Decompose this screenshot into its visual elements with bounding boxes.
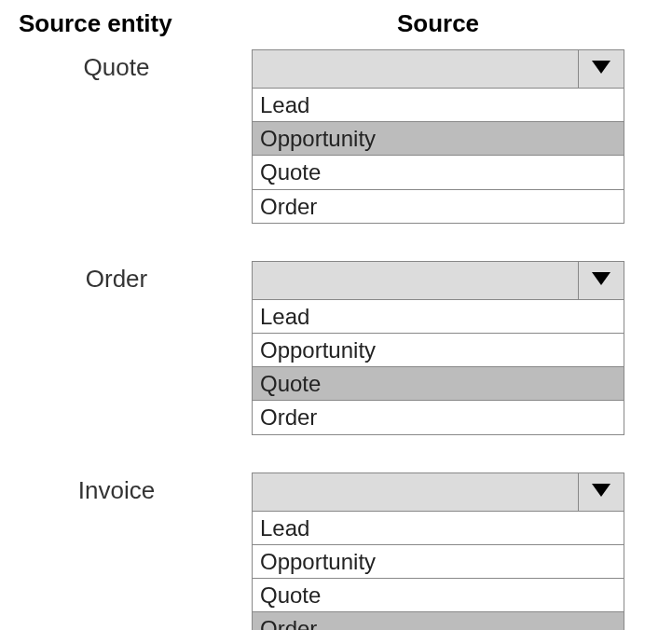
svg-marker-0 xyxy=(592,61,610,74)
dropdown-toggle-button[interactable] xyxy=(579,473,624,511)
dropdown-option-quote[interactable]: Quote xyxy=(253,156,624,189)
dropdown-option-order[interactable]: Order xyxy=(253,190,624,223)
dropdown-options-list: Lead Opportunity Quote Order xyxy=(252,89,624,224)
dropdown-options-list: Lead Opportunity Quote Order xyxy=(252,300,624,435)
mapping-row-order: Order Lead Opportunity Quote Order xyxy=(19,261,653,435)
dropdown-toggle-button[interactable] xyxy=(579,262,624,299)
chevron-down-icon xyxy=(590,59,612,79)
header-source: Source xyxy=(252,9,624,38)
dropdown-selected-value xyxy=(253,50,579,88)
entity-label-order: Order xyxy=(19,261,252,294)
chevron-down-icon xyxy=(590,482,612,502)
mapping-row-invoice: Invoice Lead Opportunity Quote Order xyxy=(19,472,653,631)
dropdown-option-quote[interactable]: Quote xyxy=(253,579,624,612)
dropdown-option-lead[interactable]: Lead xyxy=(253,89,624,122)
dropdown-option-lead[interactable]: Lead xyxy=(253,512,624,545)
dropdown-option-quote[interactable]: Quote xyxy=(253,367,624,401)
dropdown-option-order[interactable]: Order xyxy=(253,401,624,433)
dropdown-option-order[interactable]: Order xyxy=(253,612,624,630)
header-row: Source entity Source xyxy=(19,9,653,38)
svg-marker-2 xyxy=(592,484,610,497)
dropdown-option-lead[interactable]: Lead xyxy=(253,300,624,334)
dropdown-option-opportunity[interactable]: Opportunity xyxy=(253,545,624,579)
header-source-entity: Source entity xyxy=(19,9,252,38)
dropdown-options-list: Lead Opportunity Quote Order xyxy=(252,512,624,631)
source-dropdown-order: Lead Opportunity Quote Order xyxy=(252,261,624,435)
dropdown-toggle-button[interactable] xyxy=(579,50,624,88)
dropdown-header[interactable] xyxy=(252,472,624,512)
dropdown-option-opportunity[interactable]: Opportunity xyxy=(253,122,624,156)
dropdown-selected-value xyxy=(253,262,579,299)
mapping-row-quote: Quote Lead Opportunity Quote Order xyxy=(19,49,653,224)
source-dropdown-quote: Lead Opportunity Quote Order xyxy=(252,49,624,224)
chevron-down-icon xyxy=(590,270,612,291)
dropdown-option-opportunity[interactable]: Opportunity xyxy=(253,334,624,367)
entity-label-quote: Quote xyxy=(19,49,252,82)
entity-label-invoice: Invoice xyxy=(19,472,252,505)
dropdown-header[interactable] xyxy=(252,261,624,300)
source-dropdown-invoice: Lead Opportunity Quote Order xyxy=(252,472,624,631)
dropdown-header[interactable] xyxy=(252,49,624,89)
dropdown-selected-value xyxy=(253,473,579,511)
svg-marker-1 xyxy=(592,272,610,285)
